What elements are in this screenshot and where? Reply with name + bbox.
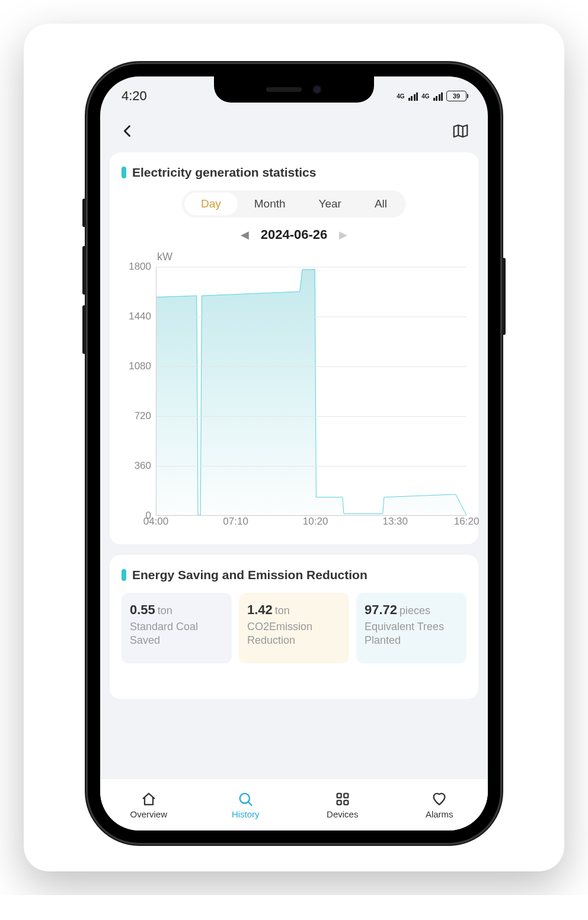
tab-history[interactable]: History [197, 779, 295, 830]
nav-bar [100, 110, 488, 152]
generation-title: Electricity generation statistics [132, 165, 316, 180]
status-time: 4:20 [122, 88, 147, 104]
stat-label: Equivalent Trees Planted [365, 620, 458, 648]
x-tick: 16:20 [454, 516, 480, 528]
generation-card: Electricity generation statistics DayMon… [110, 152, 478, 544]
plot-area[interactable] [156, 267, 466, 516]
y-tick: 360 [135, 460, 151, 472]
power-button [502, 258, 506, 335]
svg-rect-1 [337, 793, 341, 797]
title-accent-icon [122, 167, 126, 178]
card-title-row-2: Energy Saving and Emission Reduction [122, 568, 466, 582]
heart-icon [431, 791, 448, 807]
svg-rect-4 [344, 800, 348, 804]
title-accent-icon-2 [122, 569, 126, 581]
net-label-2: 4G [421, 93, 429, 100]
stat-label: CO2Emission Reduction [247, 620, 341, 648]
status-right: 4G 4G 39 [397, 91, 466, 101]
tab-alarms[interactable]: Alarms [391, 779, 488, 830]
x-tick: 10:20 [303, 516, 328, 528]
grid-line [156, 466, 466, 467]
y-tick: 1080 [129, 360, 151, 372]
chevron-left-icon [119, 123, 136, 139]
stat-value: 97.72 [365, 602, 397, 617]
tab-overview[interactable]: Overview [100, 779, 197, 830]
phone-frame: 4:20 4G 4G 39 [86, 62, 502, 845]
stat-unit: ton [158, 605, 172, 616]
outer-card: 4:20 4G 4G 39 [24, 24, 564, 871]
tab-label: Overview [130, 809, 167, 819]
svg-rect-3 [337, 800, 341, 804]
y-tick: 720 [135, 410, 151, 422]
grid-line [156, 267, 466, 267]
stat-value: 0.55 [130, 602, 155, 617]
date-prev[interactable]: ◀ [241, 228, 249, 241]
period-segmented: DayMonthYearAll [182, 190, 406, 218]
stat-value: 1.42 [247, 602, 273, 617]
net-label: 4G [397, 93, 404, 100]
emission-title: Energy Saving and Emission Reduction [132, 568, 368, 582]
y-axis-unit: kW [157, 251, 466, 263]
y-tick: 1440 [129, 311, 151, 322]
seg-day[interactable]: Day [184, 193, 238, 215]
map-button[interactable] [448, 118, 474, 144]
tab-label: History [232, 809, 260, 819]
date-value[interactable]: 2024-06-26 [261, 227, 328, 242]
tab-bar: OverviewHistoryDevicesAlarms [100, 778, 488, 830]
date-next[interactable]: ▶ [339, 228, 347, 241]
tab-label: Alarms [426, 809, 453, 819]
stat-unit: pieces [400, 605, 430, 616]
content-scroll[interactable]: Electricity generation statistics DayMon… [100, 152, 488, 778]
stat-unit: ton [275, 605, 290, 616]
seg-all[interactable]: All [358, 193, 404, 215]
map-icon [452, 122, 469, 140]
y-axis: 0360720108014401800 [122, 267, 156, 516]
phone-screen: 4:20 4G 4G 39 [100, 76, 488, 830]
home-icon [140, 791, 157, 807]
grid-line [156, 317, 466, 317]
x-tick: 13:30 [382, 516, 408, 528]
search-icon [237, 791, 254, 807]
stat-card: 1.42tonCO2Emission Reduction [239, 593, 349, 663]
signal-bars-icon [408, 91, 418, 101]
volume-down [82, 305, 86, 354]
notch [214, 76, 374, 103]
x-tick: 07:10 [223, 516, 248, 528]
svg-rect-2 [344, 793, 348, 797]
back-button[interactable] [114, 118, 140, 144]
x-tick: 04:00 [143, 516, 169, 528]
tab-devices[interactable]: Devices [294, 779, 391, 830]
chart: kW 0360720108014401800 04:0007:1010:2013… [122, 251, 466, 531]
volume-up [82, 246, 86, 295]
emission-card: Energy Saving and Emission Reduction 0.5… [110, 555, 478, 699]
signal-bars-2-icon [433, 91, 443, 101]
stat-card: 97.72piecesEquivalent Trees Planted [356, 593, 466, 663]
date-selector: ◀ 2024-06-26 ▶ [122, 227, 466, 242]
stats-row: 0.55tonStandard Coal Saved1.42tonCO2Emis… [122, 593, 466, 663]
grid-line [156, 416, 466, 417]
stat-card: 0.55tonStandard Coal Saved [122, 593, 232, 663]
tab-label: Devices [327, 809, 358, 819]
seg-month[interactable]: Month [238, 193, 302, 215]
card-title-row: Electricity generation statistics [122, 165, 466, 180]
stat-label: Standard Coal Saved [130, 620, 223, 648]
mute-switch [82, 199, 86, 227]
plot-svg [156, 267, 466, 515]
grid-line [156, 366, 466, 367]
seg-year[interactable]: Year [302, 193, 358, 215]
grid-icon [334, 791, 351, 807]
x-axis: 04:0007:1010:2013:3016:20 [156, 516, 466, 531]
battery-icon: 39 [446, 91, 466, 101]
y-tick: 1800 [129, 261, 151, 273]
